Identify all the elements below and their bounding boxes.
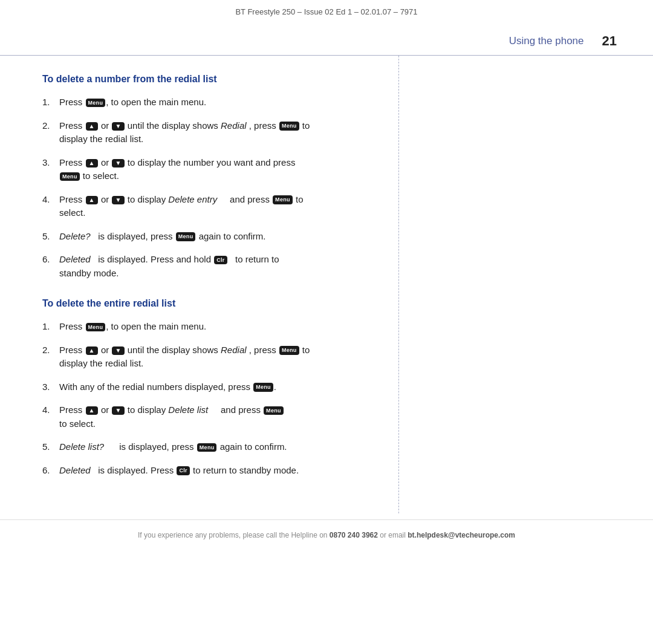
step-num: 2. [42,343,59,357]
step-2-6: 6. Deleted is displayed. Press Clr to re… [42,464,362,478]
menu-key: Menu [264,406,284,415]
down-key: ▼ [112,122,124,131]
step-content: Press ▲ or ▼ to display Delete list and … [59,403,362,431]
section1: To delete a number from the redial list … [42,74,362,280]
menu-key: Menu [279,346,299,355]
page-header-bar: Using the phone 21 [0,21,653,56]
step-2-4: 4. Press ▲ or ▼ to display Delete list a… [42,403,362,431]
footer: If you experience any problems, please c… [0,519,653,547]
section2: To delete the entire redial list 1. Pres… [42,298,362,477]
step-content: Deleted is displayed. Press Clr to retur… [59,464,362,478]
step-content: Press ▲ or ▼ to display the number you w… [59,156,362,183]
page-number: 21 [602,33,617,49]
down-key: ▼ [112,196,124,204]
step-num: 2. [42,119,59,133]
step-1-2: 2. Press ▲ or ▼ until the display shows … [42,119,362,146]
step-num: 1. [42,96,59,109]
step-2-2: 2. Press ▲ or ▼ until the display shows … [42,343,362,371]
footer-text-mid: or email [378,531,408,539]
section1-steps: 1. Press Menu, to open the main menu. 2.… [42,96,362,280]
clr-key: Clr [214,256,227,265]
menu-key: Menu [253,383,273,392]
down-key: ▼ [112,406,124,415]
step-num: 4. [42,193,59,207]
step-content: Deleted is displayed. Press and hold Clr… [59,253,362,280]
menu-key: Menu [273,195,293,204]
step-content: Press ▲ or ▼ until the display shows Red… [59,119,362,146]
step-2-5: 5. Delete list? is displayed, press Menu… [42,440,362,454]
step-1-3: 3. Press ▲ or ▼ to display the number yo… [42,156,362,183]
menu-key: Menu [86,99,106,108]
document-title: BT Freestyle 250 – Issue 02 Ed 1 – 02.01… [0,0,653,21]
down-key: ▼ [112,159,124,168]
main-content: To delete a number from the redial list … [0,56,399,513]
step-num: 6. [42,253,59,267]
menu-key: Menu [60,172,80,181]
step-num: 6. [42,464,59,478]
step-content: Press ▲ or ▼ until the display shows Red… [59,343,362,371]
step-num: 5. [42,230,59,244]
menu-key: Menu [86,323,106,332]
step-content: Delete? is displayed, press Menu again t… [59,230,362,244]
step-2-3: 3. With any of the redial numbers displa… [42,380,362,394]
step-num: 5. [42,440,59,454]
footer-email: bt.helpdesk@vtecheurope.com [408,531,515,539]
section-label: Using the phone [509,35,584,47]
step-num: 3. [42,380,59,394]
doc-title-text: BT Freestyle 250 – Issue 02 Ed 1 – 02.01… [235,7,417,16]
step-content: Press Menu, to open the main menu. [59,320,362,334]
step-content: Delete list? is displayed, press Menu ag… [59,440,362,454]
section2-title: To delete the entire redial list [42,298,362,309]
step-1-4: 4. Press ▲ or ▼ to display Delete entry … [42,193,362,220]
clr-key: Clr [177,466,189,475]
sidebar [399,56,629,513]
content-area: To delete a number from the redial list … [0,56,653,513]
menu-key: Menu [176,232,196,241]
step-content: Press ▲ or ▼ to display Delete entry and… [59,193,362,220]
up-key: ▲ [86,122,98,131]
step-1-5: 5. Delete? is displayed, press Menu agai… [42,230,362,244]
up-key: ▲ [86,196,98,204]
up-key: ▲ [86,346,98,355]
up-key: ▲ [86,406,98,415]
step-content: Press Menu, to open the main menu. [59,96,362,109]
footer-text-start: If you experience any problems, please c… [138,531,330,539]
menu-key: Menu [197,443,217,452]
step-num: 4. [42,403,59,417]
section1-title: To delete a number from the redial list [42,74,362,85]
step-num: 3. [42,156,59,170]
menu-key: Menu [279,122,299,131]
up-key: ▲ [86,159,98,168]
step-1-1: 1. Press Menu, to open the main menu. [42,96,362,109]
step-content: With any of the redial numbers displayed… [59,380,362,394]
step-2-1: 1. Press Menu, to open the main menu. [42,320,362,334]
footer-phone: 0870 240 3962 [330,531,378,539]
step-1-6: 6. Deleted is displayed. Press and hold … [42,253,362,280]
down-key: ▼ [112,346,124,355]
section2-steps: 1. Press Menu, to open the main menu. 2.… [42,320,362,477]
step-num: 1. [42,320,59,334]
